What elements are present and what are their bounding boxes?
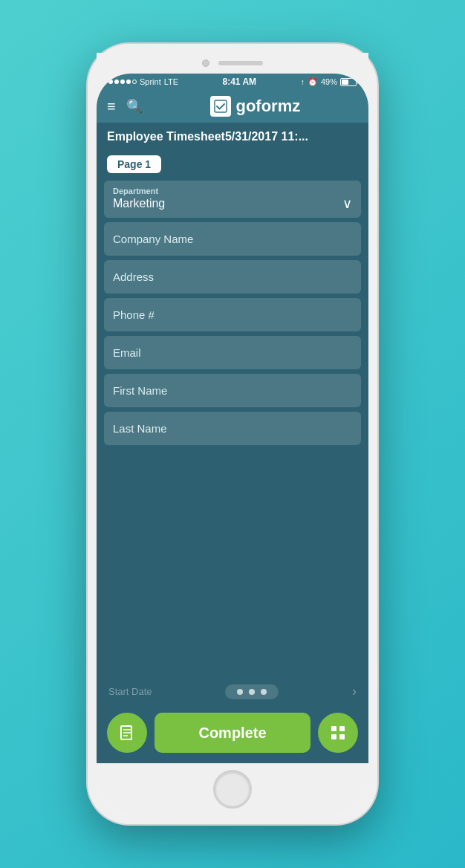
battery-indicator — [340, 78, 357, 86]
address-field[interactable]: Address — [104, 260, 361, 294]
speaker-grille — [218, 61, 263, 65]
svg-rect-6 — [339, 726, 345, 731]
department-label: Department — [113, 187, 352, 195]
form-area: Department Marketing ∨ Company Name Addr… — [97, 181, 368, 763]
svg-rect-8 — [339, 734, 345, 739]
doc-title: Employee Timesheet5/31/2017 11:... — [107, 130, 358, 143]
home-button[interactable] — [213, 770, 252, 809]
status-right: ↑ ⏰ 49% — [300, 77, 357, 87]
new-form-button[interactable] — [107, 713, 147, 753]
department-row: Marketing ∨ — [113, 195, 352, 212]
logo-icon — [210, 96, 231, 117]
department-dropdown[interactable]: Department Marketing ∨ — [104, 181, 361, 218]
first-name-field[interactable]: First Name — [104, 374, 361, 407]
search-icon[interactable]: 🔍 — [126, 98, 143, 114]
company-name-field[interactable]: Company Name — [104, 222, 361, 256]
carrier-label: Sprint — [140, 77, 161, 86]
grid-icon — [329, 724, 347, 742]
form-fields: Company Name Address Phone # Email First… — [97, 222, 368, 678]
phone-field[interactable]: Phone # — [104, 298, 361, 331]
logo-part1: go — [235, 97, 256, 115]
phone-top-sensors — [97, 53, 368, 74]
new-form-icon — [118, 724, 136, 742]
home-button-area — [97, 763, 368, 815]
status-bar: Sprint LTE 8:41 AM ↑ ⏰ 49% — [97, 74, 368, 90]
page-badge[interactable]: Page 1 — [107, 155, 161, 173]
svg-rect-5 — [331, 726, 336, 731]
phone-screen: Sprint LTE 8:41 AM ↑ ⏰ 49% ≡ 🔍 — [97, 74, 368, 815]
page-dot-1 — [237, 689, 243, 695]
chevron-down-icon: ∨ — [342, 195, 352, 212]
doc-title-bar: Employee Timesheet5/31/2017 11:... — [97, 123, 368, 151]
page-indicator-bar: Page 1 — [97, 151, 368, 181]
bottom-action-bar: Complete — [97, 705, 368, 763]
start-date-hint: Start Date — [103, 686, 152, 697]
complete-button[interactable]: Complete — [155, 713, 310, 753]
pagination-area: Start Date › — [97, 678, 368, 705]
grid-button[interactable] — [318, 713, 358, 753]
app-header: ≡ 🔍 goformz — [97, 90, 368, 123]
battery-percent: 49% — [321, 77, 337, 86]
app-name: goformz — [235, 97, 300, 116]
phone-shell: Sprint LTE 8:41 AM ↑ ⏰ 49% ≡ 🔍 — [88, 44, 377, 824]
signal-bars — [108, 80, 137, 84]
page-dot-3 — [261, 689, 267, 695]
location-icon: ↑ — [300, 77, 305, 86]
complete-label: Complete — [198, 725, 266, 742]
logo-part2: formz — [256, 97, 300, 115]
alarm-icon: ⏰ — [308, 77, 318, 87]
page-dots[interactable] — [225, 684, 279, 699]
clock: 8:41 AM — [223, 77, 257, 87]
camera-sensor — [202, 59, 209, 67]
status-left: Sprint LTE — [108, 77, 178, 86]
page-dot-2 — [249, 689, 255, 695]
app-logo: goformz — [153, 96, 358, 117]
menu-icon[interactable]: ≡ — [107, 98, 116, 115]
email-field[interactable]: Email — [104, 336, 361, 369]
department-value: Marketing — [113, 197, 165, 210]
svg-rect-7 — [331, 734, 336, 739]
last-name-field[interactable]: Last Name — [104, 412, 361, 445]
next-page-icon[interactable]: › — [352, 684, 362, 699]
network-label: LTE — [164, 77, 178, 86]
